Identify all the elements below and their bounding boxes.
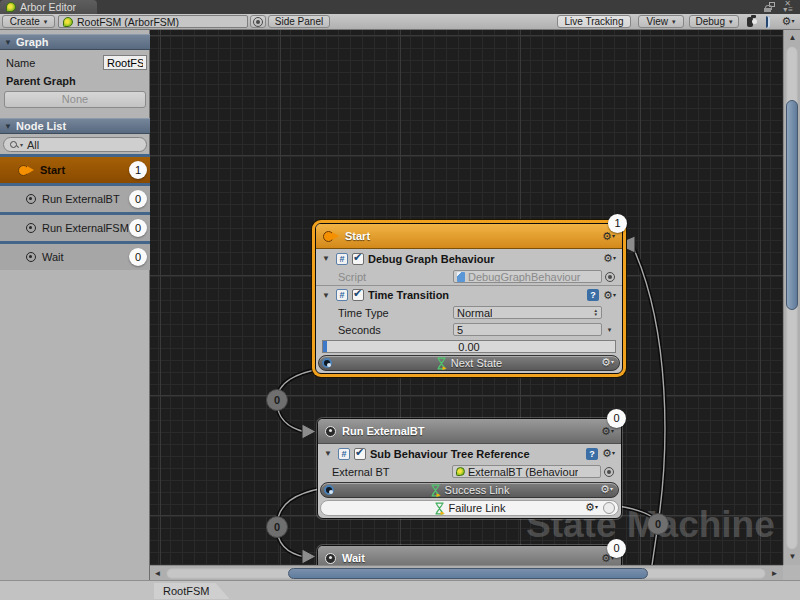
hourglass-transition-icon (434, 502, 445, 515)
window-controls: ✕ ▾≡ (745, 0, 797, 14)
state-icon (26, 194, 36, 204)
state-icon (26, 252, 36, 262)
arbor-logo-icon (63, 17, 73, 27)
graph-target-button[interactable] (250, 15, 266, 28)
target-picker-icon[interactable] (605, 272, 615, 282)
state-link-success[interactable]: Success Link ⚙ (320, 482, 619, 498)
start-fish-icon (323, 231, 339, 242)
name-label: Name (6, 57, 35, 69)
behaviour-enabled-checkbox[interactable] (354, 448, 366, 460)
seconds-input[interactable]: 5 (453, 323, 602, 336)
arbor-editor-window: Arbor Editor ✕ ▾≡ Create RootFSM (ArborF… (0, 0, 800, 600)
node-header[interactable]: Start ⚙ (316, 224, 622, 249)
window-menu-icon[interactable]: ▾≡ (783, 5, 794, 14)
lock-icon[interactable] (764, 8, 771, 12)
graph-section-header[interactable]: Graph (0, 34, 150, 50)
vertical-scrollbar[interactable]: ▲ ▼ (783, 30, 800, 565)
behaviour-enabled-checkbox[interactable] (352, 289, 364, 301)
node-execution-badge: 0 (607, 409, 626, 428)
view-dropdown[interactable]: View (638, 15, 684, 28)
behaviour-enabled-checkbox[interactable] (352, 253, 364, 265)
vscroll-thumb[interactable] (786, 100, 798, 310)
foldout-icon[interactable]: ▼ (322, 254, 332, 263)
node-list-item-start[interactable]: Start 1 (0, 154, 150, 183)
scroll-up-icon[interactable]: ▲ (784, 33, 800, 42)
state-node-wait[interactable]: Wait ⚙ 0 (317, 545, 622, 565)
parent-graph-none-button[interactable]: None (4, 91, 146, 108)
side-panel-toggle[interactable]: Side Panel (268, 15, 330, 28)
scroll-down-icon[interactable]: ▼ (784, 552, 800, 561)
link-port-icon[interactable] (324, 485, 334, 495)
cs-script-icon: # (338, 448, 350, 460)
parameter-dropdown-icon[interactable]: ▾ (608, 326, 612, 334)
link-gear-icon[interactable]: ⚙ (601, 357, 614, 368)
transition-count-badge: 0 (266, 389, 288, 411)
arrowhead-icon (302, 424, 316, 439)
node-search-field[interactable]: ▾ All (3, 137, 147, 152)
state-node-start[interactable]: Start ⚙ ▼ # Debug Graph Behaviour ⚙ Scri… (315, 223, 623, 374)
transition-count-badge: 0 (266, 516, 288, 538)
parent-graph-label: Parent Graph (0, 73, 150, 89)
state-icon (26, 223, 36, 233)
progress-fill (323, 341, 327, 352)
target-picker-icon[interactable] (604, 467, 614, 477)
execution-count-badge: 0 (129, 219, 147, 237)
scroll-right-icon[interactable]: ► (767, 569, 782, 578)
cs-script-icon: # (336, 253, 348, 265)
window-tab-bar: Arbor Editor ✕ ▾≡ (0, 0, 800, 14)
foldout-icon[interactable]: ▼ (322, 291, 332, 300)
graph-name-input[interactable] (103, 55, 147, 70)
transition-count-badge: 0 (647, 513, 669, 535)
node-header[interactable]: Run ExternalBT ⚙ (318, 419, 621, 444)
breadcrumb[interactable]: RootFSM (154, 583, 229, 599)
link-port-icon[interactable] (322, 358, 332, 368)
search-icon (10, 141, 18, 149)
time-type-dropdown[interactable]: Normal ▲▼ (453, 306, 602, 319)
gear-icon: ⚙ (782, 16, 795, 27)
state-node-run-externalbt[interactable]: Run ExternalBT ⚙ ▼ # Sub Behaviour Tree … (317, 418, 622, 519)
book-icon (766, 16, 770, 28)
state-link-next-state[interactable]: Next State ⚙ (318, 355, 620, 371)
link-gear-icon[interactable]: ⚙ (600, 484, 613, 495)
behaviour-gear-icon[interactable]: ⚙ (603, 290, 616, 301)
node-list-item-wait[interactable]: Wait 0 (0, 241, 150, 270)
foldout-icon[interactable]: ▼ (324, 449, 334, 458)
node-header[interactable]: Wait ⚙ (318, 546, 621, 565)
scroll-left-icon[interactable]: ◄ (150, 569, 165, 578)
execution-count-badge: 0 (129, 190, 147, 208)
manual-button[interactable] (760, 15, 776, 28)
start-fish-icon (18, 165, 34, 176)
hscroll-thumb[interactable] (288, 568, 648, 579)
settings-button[interactable]: ⚙ (778, 15, 798, 28)
link-gear-icon[interactable]: ⚙ (585, 502, 598, 513)
node-list-item-run-externalfsm[interactable]: Run ExternalFSM 0 (0, 212, 150, 241)
link-port-icon[interactable] (603, 502, 615, 514)
node-list-item-run-externalbt[interactable]: Run ExternalBT 0 (0, 183, 150, 212)
graph-canvas[interactable]: State Machine 0 0 (150, 30, 783, 565)
tab-arbor-editor[interactable]: Arbor Editor (0, 0, 97, 14)
hourglass-transition-icon (430, 484, 441, 497)
debug-dropdown[interactable]: Debug (689, 15, 739, 28)
node-execution-badge: 1 (608, 214, 627, 233)
graph-selector-field[interactable]: RootFSM (ArborFSM) (58, 15, 248, 28)
arrowhead-icon (302, 549, 316, 564)
status-bar: RootFSM (0, 580, 800, 600)
capture-button[interactable] (741, 15, 759, 28)
scrollbar-corner (783, 565, 800, 580)
external-bt-object-field[interactable]: ExternalBT (Behaviour (452, 465, 601, 478)
script-doc-icon (457, 272, 465, 282)
horizontal-scrollbar[interactable]: ◄ ► (150, 565, 783, 580)
state-icon (325, 426, 336, 437)
script-object-field[interactable]: DebugGraphBehaviour (453, 270, 602, 283)
live-tracking-toggle[interactable]: Live Tracking (557, 15, 631, 28)
behaviour-gear-icon[interactable]: ⚙ (602, 448, 615, 459)
help-icon[interactable]: ? (587, 289, 599, 301)
help-icon[interactable]: ? (586, 448, 598, 460)
create-button[interactable]: Create (2, 15, 55, 28)
behaviour-gear-icon[interactable]: ⚙ (603, 253, 616, 264)
state-icon (325, 553, 336, 564)
state-link-failure[interactable]: Failure Link ⚙ (320, 500, 619, 516)
hourglass-transition-icon (436, 357, 447, 370)
main-toolbar: Create RootFSM (ArborFSM) Side Panel Liv… (0, 14, 800, 30)
node-list-section-header[interactable]: Node List (0, 118, 150, 134)
